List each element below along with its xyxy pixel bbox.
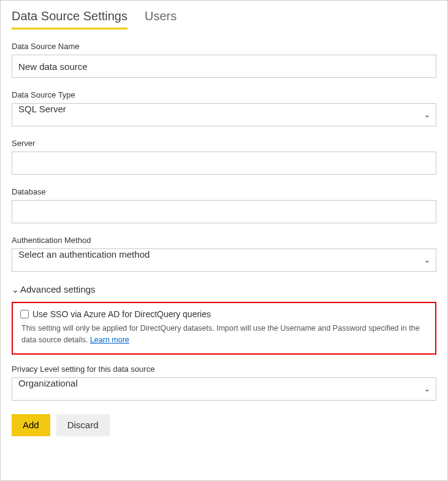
tabs-bar: Data Source Settings Users xyxy=(1,1,447,29)
data-source-name-input[interactable] xyxy=(12,55,436,78)
data-source-type-label: Data Source Type xyxy=(12,90,436,99)
sso-checkbox[interactable] xyxy=(20,310,29,318)
sso-description-text: This setting will only be applied for Di… xyxy=(21,324,420,344)
button-row: Add Discard xyxy=(12,414,436,436)
field-database: Database xyxy=(12,187,436,223)
discard-button[interactable]: Discard xyxy=(56,414,110,436)
field-privacy-level: Privacy Level setting for this data sour… xyxy=(12,364,436,401)
sso-highlight-box: Use SSO via Azure AD for DirectQuery que… xyxy=(12,302,436,355)
field-data-source-type: Data Source Type SQL Server ⌄ xyxy=(12,90,436,126)
data-source-type-select[interactable]: SQL Server xyxy=(12,103,436,126)
chevron-down-icon: ⌄ xyxy=(12,285,19,294)
tab-data-source-settings[interactable]: Data Source Settings xyxy=(12,6,127,29)
field-data-source-name: Data Source Name xyxy=(12,42,436,78)
privacy-level-label: Privacy Level setting for this data sour… xyxy=(12,364,436,374)
server-input[interactable] xyxy=(12,152,436,175)
advanced-settings-toggle[interactable]: ⌄ Advanced settings xyxy=(12,284,436,294)
form-area: Data Source Name Data Source Type SQL Se… xyxy=(1,29,447,447)
learn-more-link[interactable]: Learn more xyxy=(90,336,129,344)
sso-checkbox-row: Use SSO via Azure AD for DirectQuery que… xyxy=(20,309,428,319)
auth-method-select[interactable]: Select an authentication method xyxy=(12,248,436,272)
data-source-name-label: Data Source Name xyxy=(12,42,436,51)
tab-users[interactable]: Users xyxy=(145,6,177,29)
field-auth-method: Authentication Method Select an authenti… xyxy=(12,236,436,272)
database-input[interactable] xyxy=(12,200,436,223)
add-button[interactable]: Add xyxy=(12,414,50,436)
auth-method-label: Authentication Method xyxy=(12,236,436,245)
sso-description: This setting will only be applied for Di… xyxy=(20,323,428,346)
privacy-level-select[interactable]: Organizational xyxy=(12,377,436,401)
advanced-settings-label: Advanced settings xyxy=(20,284,96,294)
sso-checkbox-label: Use SSO via Azure AD for DirectQuery que… xyxy=(32,309,211,319)
server-label: Server xyxy=(12,139,436,148)
field-server: Server xyxy=(12,139,436,175)
database-label: Database xyxy=(12,187,436,196)
